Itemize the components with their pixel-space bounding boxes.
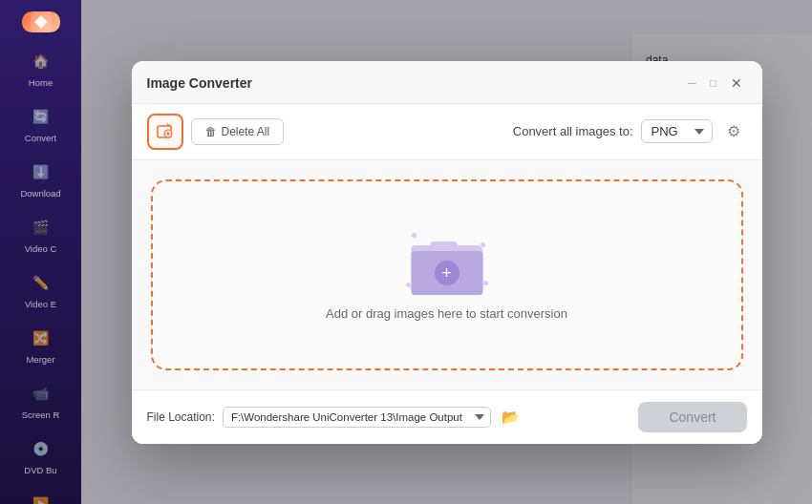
settings-button[interactable]: ⚙ (720, 118, 747, 145)
modal-body: + Add or drag images here to start conve… (132, 160, 762, 389)
modal-minimize-button[interactable]: ─ (684, 74, 701, 92)
download-icon: ⬇️ (24, 158, 58, 185)
video-c-icon: 🎬 (24, 214, 58, 241)
sidebar-item-convert[interactable]: 🔄 Convert (0, 95, 81, 151)
file-location-select[interactable]: F:\Wondershare UniConverter 13\Image Out… (223, 407, 491, 428)
sidebar-item-download-label: Download (20, 188, 60, 199)
convert-icon: 🔄 (24, 103, 58, 130)
folder-plus-icon: + (435, 261, 459, 285)
delete-all-label: Delete All (222, 125, 270, 138)
player-icon: ▶️ (24, 491, 58, 504)
dvd-icon: 💿 (24, 435, 58, 462)
sidebar-item-merger-label: Merger (26, 354, 54, 365)
app-logo (22, 11, 60, 32)
sidebar-item-dvd[interactable]: 💿 DVD Bu (0, 428, 81, 483)
merger-icon: 🔀 (24, 325, 58, 351)
app-container: ─ □ ✕ 🏠 Home 🔄 Convert ⬇️ Download 🎬 Vid… (0, 0, 812, 504)
trash-icon: 🗑 (205, 125, 217, 138)
sparkle-3 (406, 283, 411, 287)
file-location-label: File Location: (147, 410, 215, 424)
sidebar: 🏠 Home 🔄 Convert ⬇️ Download 🎬 Video C ✏… (0, 0, 81, 504)
sidebar-item-video-e[interactable]: ✏️ Video E (0, 262, 81, 317)
modal-overlay: Image Converter ─ □ ✕ (81, 0, 812, 504)
sidebar-item-video-e-label: Video E (25, 299, 56, 309)
toolbar-right: Convert all images to: PNG JPG BMP TIFF … (513, 118, 747, 145)
sidebar-item-home[interactable]: 🏠 Home (0, 40, 81, 95)
image-converter-modal: Image Converter ─ □ ✕ (132, 61, 762, 444)
convert-all-label: Convert all images to: (513, 124, 633, 138)
sidebar-item-player[interactable]: ▶️ Player (0, 483, 81, 504)
add-image-button[interactable] (147, 114, 183, 150)
modal-title: Image Converter (147, 75, 252, 91)
sidebar-item-merger[interactable]: 🔀 Merger (0, 317, 81, 372)
main-content: data metadata CD. Image Converter ─ □ ✕ (81, 0, 812, 504)
drop-zone-text: Add or drag images here to start convers… (326, 306, 567, 321)
sidebar-item-screen-r[interactable]: 📹 Screen R (0, 372, 81, 428)
sidebar-item-video-c[interactable]: 🎬 Video C (0, 206, 81, 262)
modal-titlebar: Image Converter ─ □ ✕ (132, 61, 762, 104)
modal-footer: File Location: F:\Wondershare UniConvert… (132, 389, 762, 444)
sparkle-4 (483, 281, 488, 285)
window-controls: ─ □ ✕ (684, 73, 747, 94)
convert-button[interactable]: Convert (638, 402, 746, 432)
sidebar-item-screen-r-label: Screen R (22, 410, 60, 420)
sparkle-1 (412, 233, 417, 238)
modal-close-button[interactable]: ✕ (726, 73, 747, 94)
home-icon: 🏠 (24, 48, 58, 74)
folder-illustration: + (404, 228, 490, 295)
drop-zone[interactable]: + Add or drag images here to start conve… (151, 179, 743, 370)
folder-tab (430, 242, 457, 249)
sidebar-item-dvd-label: DVD Bu (24, 465, 56, 475)
sidebar-item-download[interactable]: ⬇️ Download (0, 151, 81, 206)
modal-maximize-button[interactable]: □ (705, 74, 722, 92)
format-select[interactable]: PNG JPG BMP TIFF GIF WEBP (641, 119, 713, 143)
delete-all-button[interactable]: 🗑 Delete All (191, 118, 285, 145)
toolbar-left: 🗑 Delete All (147, 114, 285, 150)
file-location-wrap: File Location: F:\Wondershare UniConvert… (147, 405, 524, 430)
sidebar-item-video-c-label: Video C (25, 243, 57, 254)
sidebar-item-convert-label: Convert (25, 133, 56, 143)
screen-r-icon: 📹 (24, 380, 58, 407)
folder-open-button[interactable]: 📂 (499, 405, 524, 430)
video-e-icon: ✏️ (24, 269, 58, 296)
modal-toolbar: 🗑 Delete All Convert all images to: PNG … (132, 104, 762, 160)
sidebar-item-home-label: Home (29, 77, 53, 88)
